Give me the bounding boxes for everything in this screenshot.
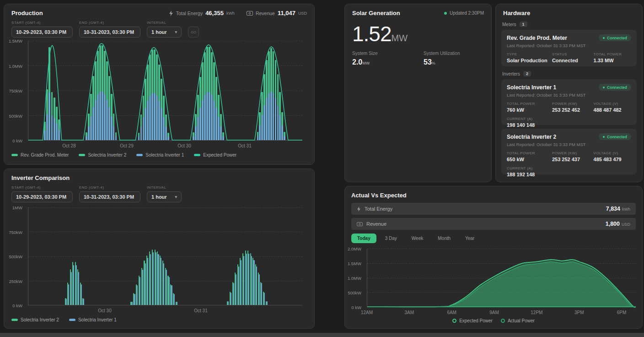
current-output-unit: MW bbox=[392, 33, 408, 43]
bar bbox=[248, 254, 249, 305]
inverter-comparison-plot[interactable] bbox=[28, 207, 302, 305]
production-x-axis: Oct 28Oct 29Oct 30Oct 31 bbox=[28, 142, 302, 149]
field: TOTAL POWER760 kW bbox=[507, 102, 552, 113]
inverter-2-card[interactable]: Solectria Inverter 2 Connected Last Repo… bbox=[501, 129, 637, 174]
y-tick-label: 1.0MW bbox=[9, 63, 22, 68]
inverter-comparison-legend: Solectria Inverter 2 Solectria Inverter … bbox=[11, 317, 117, 322]
tab-3-day[interactable]: 3 Day bbox=[379, 234, 403, 243]
bar bbox=[158, 254, 159, 305]
field-value: 650 kW bbox=[507, 157, 552, 162]
bar bbox=[253, 260, 254, 305]
field-value: 760 kW bbox=[507, 107, 552, 113]
go-button[interactable]: GO bbox=[188, 27, 199, 38]
bar bbox=[161, 258, 161, 305]
field: POWER (KW)253 252 452 bbox=[552, 102, 594, 113]
total-energy-value: 7,834 bbox=[606, 206, 620, 212]
actual-expected-area-chart bbox=[367, 249, 636, 307]
inverter-2-last-reported: Last Reported: October 31 3:33 PM MST bbox=[507, 142, 631, 147]
current-output-value: 1.52 bbox=[352, 22, 392, 46]
tab-today[interactable]: Today bbox=[351, 234, 376, 243]
end-datetime-input[interactable] bbox=[79, 191, 140, 202]
current-output: 1.52MW bbox=[352, 22, 408, 46]
bar bbox=[238, 266, 239, 305]
system-utilization-unit: % bbox=[432, 61, 435, 65]
field-label: CURRENT (A) bbox=[507, 166, 552, 170]
connected-label: Connected bbox=[607, 135, 627, 139]
bolt-icon bbox=[357, 207, 361, 212]
actual-expected-y-axis: 2.0MW 1.5MW 1.0MW 500kW 0 kW bbox=[345, 249, 365, 307]
legend-item: Expected Power bbox=[452, 318, 493, 323]
bar bbox=[66, 299, 67, 305]
field-label: STATUS bbox=[552, 52, 594, 56]
interval-select[interactable]: 1 hour ▾ bbox=[147, 191, 182, 202]
field: TOTAL POWER1.33 MW bbox=[594, 52, 631, 63]
start-datetime-input[interactable] bbox=[11, 191, 73, 202]
gridline bbox=[28, 207, 302, 208]
gridline bbox=[28, 256, 302, 257]
field-label: TOTAL POWER bbox=[594, 52, 631, 56]
legend-label: Expected Power bbox=[203, 152, 236, 158]
field: VOLTAGE (V)485 483 479 bbox=[594, 151, 631, 162]
field: TOTAL POWER650 kW bbox=[507, 151, 552, 162]
inverter-1-card[interactable]: Solectria Inverter 1 Connected Last Repo… bbox=[501, 79, 637, 125]
x-tick-label: Oct 28 bbox=[62, 143, 75, 148]
start-datetime-input[interactable] bbox=[11, 27, 73, 38]
total-energy-row: Total Energy 7,834 kWh bbox=[351, 203, 636, 215]
production-y-axis: 1.5MW 1.0MW 750kW 500kW 0 kW bbox=[4, 41, 26, 141]
field-value: Connected bbox=[552, 58, 594, 63]
bar bbox=[166, 270, 167, 305]
chevron-down-icon: ▾ bbox=[175, 195, 177, 199]
actual-expected-plot[interactable] bbox=[367, 249, 636, 307]
field: POWER (KW)253 252 437 bbox=[552, 151, 594, 162]
total-energy-metric: Total Energy 46,355 kWh bbox=[169, 10, 235, 16]
bar bbox=[81, 284, 82, 305]
x-tick-label: Oct 29 bbox=[120, 143, 133, 148]
inverter-1-name: Solectria Inverter 1 bbox=[507, 84, 556, 91]
revenue-label: Revenue bbox=[256, 11, 275, 16]
updated-label: Updated 2:30PM bbox=[450, 11, 484, 16]
y-tick-label: 0 kW bbox=[12, 138, 22, 143]
legend-label: Expected Power bbox=[459, 318, 493, 323]
meters-label: Meters bbox=[502, 22, 516, 27]
updated-status: Updated 2:30PM bbox=[444, 11, 484, 16]
solar-generation-panel: Solar Generation Updated 2:30PM 1.52MW S… bbox=[344, 4, 492, 182]
bar bbox=[236, 274, 236, 305]
meters-section-label: Meters 1 bbox=[502, 22, 527, 27]
tab-year[interactable]: Year bbox=[459, 234, 480, 243]
tab-week[interactable]: Week bbox=[406, 234, 429, 243]
bar bbox=[68, 284, 69, 305]
y-tick-label: 500kW bbox=[9, 254, 22, 259]
meter-card[interactable]: Rev. Grade Prod. Meter Connected Last Re… bbox=[501, 30, 637, 66]
x-tick-label: Oct 31 bbox=[238, 143, 251, 148]
bar bbox=[78, 272, 79, 305]
banknote-icon bbox=[247, 11, 253, 16]
y-tick-label: 1MW bbox=[12, 205, 22, 210]
field-value: 198 140 148 bbox=[507, 122, 552, 128]
end-label: END (GMT-4) bbox=[79, 185, 140, 190]
field-value: 488 487 482 bbox=[594, 107, 631, 113]
y-tick-label: 2.0MW bbox=[348, 246, 361, 251]
tab-month[interactable]: Month bbox=[432, 234, 456, 243]
field: STATUSConnected bbox=[552, 52, 594, 63]
bar bbox=[71, 272, 72, 305]
production-controls: START (GMT-4) END (GMT-4) INTERVAL 1 hou… bbox=[11, 21, 199, 38]
end-datetime-input[interactable] bbox=[79, 27, 140, 38]
bar bbox=[241, 260, 242, 305]
production-plot[interactable] bbox=[28, 41, 302, 141]
expected-power-curve bbox=[28, 41, 302, 140]
legend-label: Solectria Inverter 2 bbox=[88, 152, 126, 158]
field-value: 1.33 MW bbox=[594, 58, 631, 63]
bar bbox=[174, 294, 175, 305]
inverter-comparison-y-axis: 1MW 750kW 500kW 250kW 0 kW bbox=[4, 207, 26, 305]
status-dot-icon bbox=[603, 37, 605, 39]
interval-select[interactable]: 1 hour ▾ bbox=[147, 27, 182, 38]
field-label: POWER (KW) bbox=[552, 151, 594, 155]
y-tick-label: 1.5MW bbox=[348, 261, 361, 266]
bar bbox=[150, 254, 151, 305]
y-tick-label: 750kW bbox=[9, 88, 22, 93]
gridline bbox=[28, 232, 302, 232]
system-size-unit: MW bbox=[362, 61, 370, 65]
legend-swatch bbox=[11, 154, 18, 156]
inverters-section-label: Inverters 2 bbox=[502, 71, 531, 76]
revenue-unit: USD bbox=[622, 222, 630, 227]
